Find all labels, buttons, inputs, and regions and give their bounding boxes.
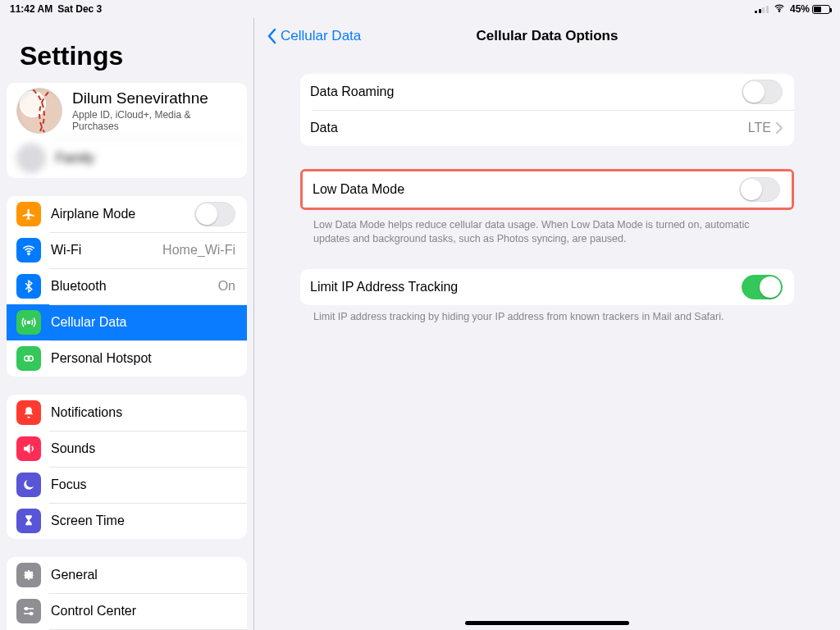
airplane-label: Airplane Mode — [51, 207, 194, 221]
airplane-icon — [16, 202, 41, 226]
wifi-icon — [16, 238, 41, 262]
sounds-label: Sounds — [51, 441, 235, 456]
group-limit-ip: Limit IP Address Tracking Limit IP addre… — [300, 269, 794, 324]
wifi-icon — [774, 2, 785, 16]
hotspot-icon — [16, 346, 41, 371]
row-data[interactable]: Data LTE — [300, 110, 794, 146]
data-roaming-toggle[interactable] — [742, 80, 783, 104]
apple-id-row[interactable]: Dilum Senevirathne Apple ID, iCloud+, Me… — [7, 83, 247, 139]
sidebar-item-wifi[interactable]: Wi-Fi Home_Wi-Fi — [7, 232, 247, 268]
status-time: 11:42 AM — [10, 3, 52, 15]
data-roaming-label: Data Roaming — [310, 84, 742, 99]
svg-point-6 — [30, 613, 33, 615]
moon-icon — [16, 472, 41, 497]
highlight-annotation: Low Data Mode — [300, 169, 794, 210]
battery-percent: 45% — [790, 3, 810, 15]
cellular-icon — [16, 310, 41, 335]
cell-signal-icon — [755, 5, 769, 13]
battery-indicator: 45% — [790, 3, 830, 15]
back-button[interactable]: Cellular Data — [266, 28, 361, 44]
sidebar-item-cellular[interactable]: Cellular Data — [7, 304, 247, 340]
family-row[interactable]: Family — [7, 139, 247, 178]
group-data: Data Roaming Data LTE — [300, 74, 794, 146]
chevron-left-icon — [266, 28, 277, 44]
hourglass-icon — [16, 509, 41, 533]
status-date: Sat Dec 3 — [57, 3, 102, 15]
apple-id-name: Dilum Senevirathne — [72, 89, 235, 107]
nav-bar: Cellular Data Cellular Data Options — [254, 18, 840, 54]
sidebar-item-bluetooth[interactable]: Bluetooth On — [7, 268, 247, 304]
nav-title: Cellular Data Options — [477, 28, 619, 44]
wifi-value: Home_Wi-Fi — [162, 243, 235, 258]
sidebar-item-notifications[interactable]: Notifications — [7, 395, 247, 431]
limit-ip-label: Limit IP Address Tracking — [310, 280, 742, 294]
family-label: Family — [56, 151, 235, 166]
back-label: Cellular Data — [281, 28, 361, 44]
limit-ip-footer: Limit IP address tracking by hiding your… — [300, 305, 794, 324]
status-bar: 11:42 AM Sat Dec 3 45% — [0, 0, 840, 18]
svg-point-2 — [28, 322, 30, 324]
avatar — [16, 88, 62, 134]
general-label: General — [51, 568, 235, 582]
apple-id-subtitle: Apple ID, iCloud+, Media & Purchases — [72, 109, 235, 132]
sidebar-item-sounds[interactable]: Sounds — [7, 431, 247, 467]
sidebar-group-general: General Control Center AA Display & Brig… — [7, 557, 247, 630]
data-label: Data — [310, 121, 742, 135]
focus-label: Focus — [51, 477, 235, 492]
bell-icon — [16, 400, 41, 425]
svg-point-0 — [778, 10, 780, 11]
airplane-toggle[interactable] — [194, 202, 235, 226]
screentime-label: Screen Time — [51, 514, 235, 528]
home-indicator[interactable] — [465, 621, 629, 625]
page-title: Settings — [7, 31, 247, 83]
sidebar-group-alerts: Notifications Sounds Focus Screen Time — [7, 395, 247, 539]
wifi-label: Wi-Fi — [51, 243, 156, 258]
cellular-label: Cellular Data — [51, 315, 235, 330]
row-low-data-mode[interactable]: Low Data Mode — [303, 171, 792, 208]
settings-sidebar: Settings Dilum Senevirathne Apple ID, iC… — [0, 18, 254, 630]
row-limit-ip[interactable]: Limit IP Address Tracking — [300, 269, 794, 305]
sidebar-item-airplane[interactable]: Airplane Mode — [7, 196, 247, 232]
apple-id-card: Dilum Senevirathne Apple ID, iCloud+, Me… — [7, 83, 247, 178]
sidebar-item-controlcenter[interactable]: Control Center — [7, 593, 247, 629]
battery-icon — [812, 5, 830, 14]
low-data-footer: Low Data Mode helps reduce cellular data… — [300, 213, 794, 246]
chevron-right-icon — [776, 122, 783, 134]
low-data-toggle[interactable] — [739, 177, 780, 202]
limit-ip-toggle[interactable] — [742, 275, 783, 299]
sidebar-item-general[interactable]: General — [7, 557, 247, 593]
group-low-data: Low Data Mode Low Data Mode helps reduce… — [300, 169, 794, 246]
sidebar-item-screentime[interactable]: Screen Time — [7, 503, 247, 539]
row-data-roaming[interactable]: Data Roaming — [300, 74, 794, 110]
svg-point-1 — [28, 253, 30, 255]
gear-icon — [16, 563, 41, 587]
bluetooth-icon — [16, 274, 41, 299]
bluetooth-value: On — [218, 279, 235, 294]
bluetooth-label: Bluetooth — [51, 279, 212, 294]
sidebar-item-hotspot[interactable]: Personal Hotspot — [7, 340, 247, 377]
speaker-icon — [16, 436, 41, 461]
controlcenter-label: Control Center — [51, 604, 235, 619]
svg-point-5 — [25, 608, 28, 610]
sidebar-group-connectivity: Airplane Mode Wi-Fi Home_Wi-Fi Bluetooth… — [7, 196, 247, 377]
sliders-icon — [16, 599, 41, 623]
detail-pane: Cellular Data Cellular Data Options Data… — [254, 18, 840, 630]
hotspot-label: Personal Hotspot — [51, 351, 235, 366]
family-avatar — [16, 144, 46, 173]
low-data-label: Low Data Mode — [313, 182, 739, 197]
sidebar-item-focus[interactable]: Focus — [7, 467, 247, 503]
notifications-label: Notifications — [51, 405, 235, 420]
data-value: LTE — [748, 121, 771, 135]
